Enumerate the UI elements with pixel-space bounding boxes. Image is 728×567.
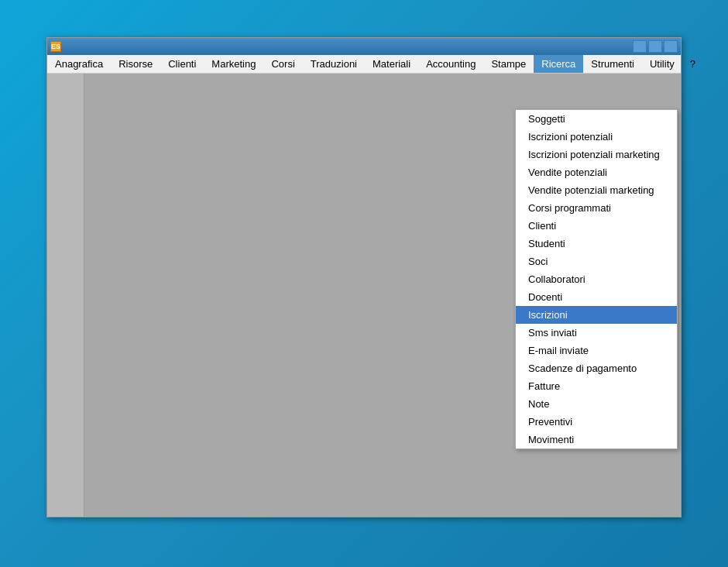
maximize-button[interactable]	[648, 40, 662, 53]
menu-item-materiali[interactable]: Materiali	[365, 55, 418, 73]
content-area: SoggettiIscrizioni potenzialiIscrizioni …	[47, 74, 681, 517]
dropdown-item-e-mail-inviate[interactable]: E-mail inviate	[516, 342, 677, 359]
dropdown-item-vendite-potenziali[interactable]: Vendite potenziali	[516, 163, 677, 181]
menu-bar: AnagraficaRisorseClientiMarketingCorsiTr…	[47, 55, 681, 74]
dropdown-item-studenti[interactable]: Studenti	[516, 235, 677, 253]
menu-item-stampe[interactable]: Stampe	[483, 55, 534, 73]
dropdown-item-docenti[interactable]: Docenti	[516, 288, 677, 306]
title-bar: ES	[47, 38, 681, 55]
dropdown-item-sms-inviati[interactable]: Sms inviati	[516, 324, 677, 342]
menu-item-[interactable]: ?	[682, 55, 703, 73]
dropdown-item-iscrizioni-potenziali-marketing[interactable]: Iscrizioni potenziali marketing	[516, 146, 677, 163]
dropdown-item-iscrizioni-potenziali[interactable]: Iscrizioni potenziali	[516, 128, 677, 146]
dropdown-item-vendite-potenziali-marketing[interactable]: Vendite potenziali marketing	[516, 181, 677, 199]
close-button[interactable]	[664, 40, 678, 53]
app-icon: ES	[50, 41, 61, 52]
menu-item-ricerca[interactable]: Ricerca	[534, 55, 583, 73]
menu-item-anagrafica[interactable]: Anagrafica	[47, 55, 111, 73]
dropdown-item-note[interactable]: Note	[516, 395, 677, 413]
dropdown-item-corsi-programmati[interactable]: Corsi programmati	[516, 199, 677, 217]
dropdown-item-scadenze-di-pagamento[interactable]: Scadenze di pagamento	[516, 359, 677, 377]
dropdown-item-fatture[interactable]: Fatture	[516, 377, 677, 395]
ricerca-dropdown: SoggettiIscrizioni potenzialiIscrizioni …	[515, 109, 678, 449]
menu-item-clienti[interactable]: Clienti	[160, 55, 204, 73]
menu-item-corsi[interactable]: Corsi	[263, 55, 302, 73]
dropdown-item-collaboratori[interactable]: Collaboratori	[516, 270, 677, 288]
dropdown-item-soci[interactable]: Soci	[516, 253, 677, 270]
menu-item-accounting[interactable]: Accounting	[418, 55, 483, 73]
menu-item-traduzioni[interactable]: Traduzioni	[303, 55, 365, 73]
left-panel	[47, 74, 84, 517]
menu-item-marketing[interactable]: Marketing	[204, 55, 263, 73]
menu-item-risorse[interactable]: Risorse	[111, 55, 160, 73]
menu-item-strumenti[interactable]: Strumenti	[583, 55, 642, 73]
dropdown-item-clienti[interactable]: Clienti	[516, 217, 677, 235]
minimize-button[interactable]	[633, 40, 647, 53]
desktop: ES AnagraficaRisorseClientiMarketingCors…	[0, 0, 728, 567]
dropdown-item-iscrizioni[interactable]: Iscrizioni	[516, 306, 677, 324]
dropdown-item-preventivi[interactable]: Preventivi	[516, 413, 677, 431]
menu-item-utility[interactable]: Utility	[642, 55, 682, 73]
title-bar-controls	[633, 40, 678, 53]
app-window: ES AnagraficaRisorseClientiMarketingCors…	[46, 37, 682, 517]
dropdown-item-movimenti[interactable]: Movimenti	[516, 431, 677, 448]
dropdown-item-soggetti[interactable]: Soggetti	[516, 110, 677, 128]
